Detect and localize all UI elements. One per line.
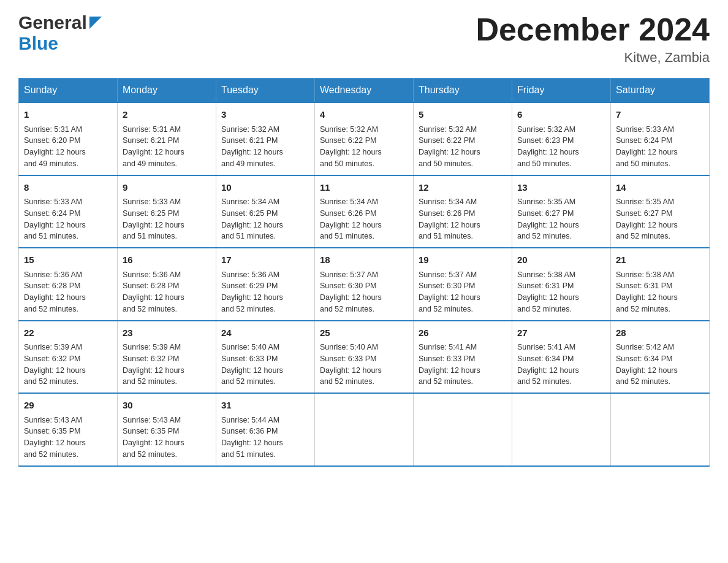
day-info: Sunrise: 5:36 AMSunset: 6:28 PMDaylight:… (24, 270, 86, 313)
day-number: 18 (320, 253, 408, 267)
day-info: Sunrise: 5:39 AMSunset: 6:32 PMDaylight:… (24, 343, 86, 386)
logo-blue-text: Blue (18, 33, 58, 53)
day-info: Sunrise: 5:33 AMSunset: 6:25 PMDaylight:… (123, 197, 184, 240)
table-row (611, 393, 710, 466)
calendar-table: Sunday Monday Tuesday Wednesday Thursday… (18, 78, 710, 467)
day-info: Sunrise: 5:37 AMSunset: 6:30 PMDaylight:… (320, 270, 382, 313)
day-number: 29 (24, 399, 112, 413)
day-number: 19 (419, 253, 507, 267)
day-info: Sunrise: 5:34 AMSunset: 6:26 PMDaylight:… (320, 197, 382, 240)
table-row: 19 Sunrise: 5:37 AMSunset: 6:30 PMDaylig… (414, 248, 512, 321)
table-row: 7 Sunrise: 5:33 AMSunset: 6:24 PMDayligh… (611, 102, 710, 175)
month-title: December 2024 (476, 12, 710, 47)
table-row: 21 Sunrise: 5:38 AMSunset: 6:31 PMDaylig… (611, 248, 710, 321)
col-saturday: Saturday (611, 79, 710, 103)
day-number: 6 (517, 108, 605, 122)
table-row: 26 Sunrise: 5:41 AMSunset: 6:33 PMDaylig… (414, 321, 512, 394)
week-row-2: 8 Sunrise: 5:33 AMSunset: 6:24 PMDayligh… (19, 175, 710, 248)
week-row-4: 22 Sunrise: 5:39 AMSunset: 6:32 PMDaylig… (19, 321, 710, 394)
table-row: 1 Sunrise: 5:31 AMSunset: 6:20 PMDayligh… (19, 102, 118, 175)
table-row: 22 Sunrise: 5:39 AMSunset: 6:32 PMDaylig… (19, 321, 118, 394)
day-number: 11 (320, 181, 408, 195)
table-row: 31 Sunrise: 5:44 AMSunset: 6:36 PMDaylig… (216, 393, 315, 466)
col-sunday: Sunday (19, 79, 118, 103)
day-info: Sunrise: 5:40 AMSunset: 6:33 PMDaylight:… (320, 343, 382, 386)
day-info: Sunrise: 5:41 AMSunset: 6:34 PMDaylight:… (517, 343, 579, 386)
day-number: 12 (419, 181, 507, 195)
table-row: 18 Sunrise: 5:37 AMSunset: 6:30 PMDaylig… (315, 248, 414, 321)
table-row: 13 Sunrise: 5:35 AMSunset: 6:27 PMDaylig… (512, 175, 611, 248)
day-number: 21 (616, 253, 704, 267)
col-thursday: Thursday (414, 79, 512, 103)
day-number: 13 (517, 181, 605, 195)
day-number: 5 (419, 108, 507, 122)
day-info: Sunrise: 5:44 AMSunset: 6:36 PMDaylight:… (221, 416, 283, 459)
day-number: 9 (123, 181, 211, 195)
table-row: 30 Sunrise: 5:43 AMSunset: 6:35 PMDaylig… (118, 393, 216, 466)
day-info: Sunrise: 5:33 AMSunset: 6:24 PMDaylight:… (616, 125, 678, 168)
table-row: 10 Sunrise: 5:34 AMSunset: 6:25 PMDaylig… (216, 175, 315, 248)
table-row: 29 Sunrise: 5:43 AMSunset: 6:35 PMDaylig… (19, 393, 118, 466)
day-number: 15 (24, 253, 112, 267)
day-number: 30 (123, 399, 211, 413)
day-number: 25 (320, 326, 408, 340)
table-row: 12 Sunrise: 5:34 AMSunset: 6:26 PMDaylig… (414, 175, 512, 248)
day-number: 31 (221, 399, 309, 413)
day-info: Sunrise: 5:32 AMSunset: 6:23 PMDaylight:… (517, 125, 579, 168)
logo-general-text: General (18, 12, 87, 33)
day-number: 22 (24, 326, 112, 340)
day-number: 7 (616, 108, 704, 122)
day-number: 2 (123, 108, 211, 122)
table-row: 28 Sunrise: 5:42 AMSunset: 6:34 PMDaylig… (611, 321, 710, 394)
day-info: Sunrise: 5:35 AMSunset: 6:27 PMDaylight:… (517, 197, 579, 240)
table-row (512, 393, 611, 466)
day-number: 26 (419, 326, 507, 340)
day-info: Sunrise: 5:32 AMSunset: 6:21 PMDaylight:… (221, 125, 283, 168)
week-row-5: 29 Sunrise: 5:43 AMSunset: 6:35 PMDaylig… (19, 393, 710, 466)
table-row: 9 Sunrise: 5:33 AMSunset: 6:25 PMDayligh… (118, 175, 216, 248)
table-row: 8 Sunrise: 5:33 AMSunset: 6:24 PMDayligh… (19, 175, 118, 248)
table-row: 2 Sunrise: 5:31 AMSunset: 6:21 PMDayligh… (118, 102, 216, 175)
table-row: 6 Sunrise: 5:32 AMSunset: 6:23 PMDayligh… (512, 102, 611, 175)
day-number: 20 (517, 253, 605, 267)
day-info: Sunrise: 5:37 AMSunset: 6:30 PMDaylight:… (419, 270, 480, 313)
table-row: 14 Sunrise: 5:35 AMSunset: 6:27 PMDaylig… (611, 175, 710, 248)
logo-arrow-icon (89, 17, 102, 31)
col-wednesday: Wednesday (315, 79, 414, 103)
table-row (315, 393, 414, 466)
day-info: Sunrise: 5:40 AMSunset: 6:33 PMDaylight:… (221, 343, 283, 386)
day-number: 28 (616, 326, 704, 340)
day-number: 24 (221, 326, 309, 340)
table-row: 24 Sunrise: 5:40 AMSunset: 6:33 PMDaylig… (216, 321, 315, 394)
day-info: Sunrise: 5:32 AMSunset: 6:22 PMDaylight:… (320, 125, 382, 168)
day-number: 3 (221, 108, 309, 122)
table-row: 20 Sunrise: 5:38 AMSunset: 6:31 PMDaylig… (512, 248, 611, 321)
day-number: 1 (24, 108, 112, 122)
table-row: 16 Sunrise: 5:36 AMSunset: 6:28 PMDaylig… (118, 248, 216, 321)
col-friday: Friday (512, 79, 611, 103)
table-row: 27 Sunrise: 5:41 AMSunset: 6:34 PMDaylig… (512, 321, 611, 394)
day-info: Sunrise: 5:36 AMSunset: 6:29 PMDaylight:… (221, 270, 283, 313)
day-info: Sunrise: 5:42 AMSunset: 6:34 PMDaylight:… (616, 343, 678, 386)
col-tuesday: Tuesday (216, 79, 315, 103)
day-number: 4 (320, 108, 408, 122)
day-number: 14 (616, 181, 704, 195)
day-number: 27 (517, 326, 605, 340)
day-number: 10 (221, 181, 309, 195)
table-row (414, 393, 512, 466)
title-section: December 2024 Kitwe, Zambia (476, 12, 710, 66)
table-row: 25 Sunrise: 5:40 AMSunset: 6:33 PMDaylig… (315, 321, 414, 394)
location: Kitwe, Zambia (476, 50, 710, 66)
header-row: Sunday Monday Tuesday Wednesday Thursday… (19, 79, 710, 103)
day-info: Sunrise: 5:38 AMSunset: 6:31 PMDaylight:… (616, 270, 678, 313)
table-row: 3 Sunrise: 5:32 AMSunset: 6:21 PMDayligh… (216, 102, 315, 175)
page-header: General Blue December 2024 Kitwe, Zambia (18, 12, 710, 66)
week-row-3: 15 Sunrise: 5:36 AMSunset: 6:28 PMDaylig… (19, 248, 710, 321)
day-info: Sunrise: 5:43 AMSunset: 6:35 PMDaylight:… (123, 416, 184, 459)
day-info: Sunrise: 5:33 AMSunset: 6:24 PMDaylight:… (24, 197, 86, 240)
day-info: Sunrise: 5:35 AMSunset: 6:27 PMDaylight:… (616, 197, 678, 240)
day-info: Sunrise: 5:39 AMSunset: 6:32 PMDaylight:… (123, 343, 184, 386)
day-info: Sunrise: 5:31 AMSunset: 6:21 PMDaylight:… (123, 125, 184, 168)
day-info: Sunrise: 5:41 AMSunset: 6:33 PMDaylight:… (419, 343, 480, 386)
day-number: 23 (123, 326, 211, 340)
